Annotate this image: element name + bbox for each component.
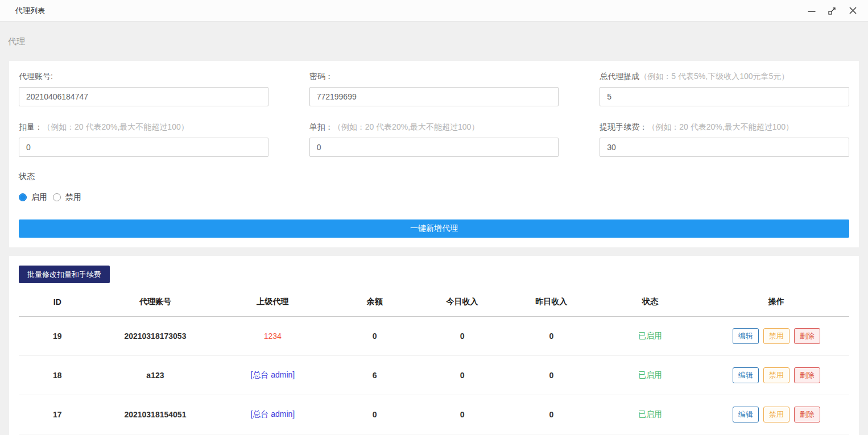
- radio-unselected-icon: [53, 193, 61, 201]
- cell-id: 19: [19, 317, 96, 356]
- cell-yesterday-income: 0: [506, 356, 597, 395]
- disable-button[interactable]: 禁用: [763, 407, 790, 422]
- field-withdraw-fee: 提现手续费：（例如：20 代表20%,最大不能超过100）: [600, 121, 849, 157]
- single-deduction-label: 单扣：: [309, 122, 333, 131]
- cell-today-income: 0: [419, 317, 506, 356]
- cell-yesterday-income: 0: [506, 317, 597, 356]
- window-titlebar: 代理列表: [0, 0, 868, 22]
- withdraw-fee-hint: （例如：20 代表20%,最大不能超过100）: [647, 122, 793, 131]
- col-header-status: 状态: [597, 290, 704, 317]
- cell-yesterday-income: 0: [506, 395, 597, 434]
- radio-enable-label: 启用: [31, 192, 47, 202]
- cell-balance: 6: [330, 356, 419, 395]
- single-deduction-input[interactable]: [309, 138, 559, 157]
- status-block: 状态 启用 禁用: [19, 172, 849, 219]
- deduction-input[interactable]: [19, 138, 268, 157]
- edit-button[interactable]: 编辑: [733, 407, 759, 422]
- page-title: 代理: [8, 36, 860, 47]
- close-icon: [849, 6, 857, 15]
- commission-hint: （例如：5 代表5%,下级收入100元拿5元）: [639, 72, 789, 81]
- cell-id: 17: [19, 395, 96, 434]
- radio-disable-label: 禁用: [65, 192, 81, 202]
- agent-form-card: 代理账号: 密码： 总代理提成（例如：5 代表5%,下级收入100元拿5元） 扣…: [9, 61, 859, 247]
- col-header-actions: 操作: [703, 290, 849, 317]
- single-deduction-hint: （例如：20 代表20%,最大不能超过100）: [333, 122, 480, 131]
- cell-status: 已启用: [597, 395, 704, 434]
- edit-button[interactable]: 编辑: [733, 367, 759, 383]
- commission-label: 总代理提成: [600, 72, 639, 81]
- minimize-icon: [807, 6, 816, 15]
- commission-input[interactable]: [600, 87, 849, 106]
- field-deduction: 扣量：（例如：20 代表20%,最大不能超过100）: [19, 121, 268, 157]
- delete-button[interactable]: 删除: [794, 328, 820, 344]
- table-row: 1720210318154051[总台 admin]000已启用编辑禁用删除: [19, 395, 849, 434]
- table-header-row: ID 代理账号 上级代理 余额 今日收入 昨日收入 状态 操作: [19, 290, 849, 317]
- table-row: 18a123[总台 admin]600已启用编辑禁用删除: [19, 356, 849, 395]
- password-label: 密码：: [309, 72, 333, 81]
- withdraw-fee-input[interactable]: [600, 138, 849, 157]
- minimize-button[interactable]: [804, 3, 819, 18]
- delete-button[interactable]: 删除: [794, 367, 820, 383]
- field-agent-account: 代理账号:: [19, 71, 268, 106]
- cell-actions: 编辑禁用删除: [703, 395, 849, 434]
- field-single-deduction: 单扣：（例如：20 代表20%,最大不能超过100）: [309, 121, 559, 157]
- col-header-yesterday-income: 昨日收入: [506, 290, 597, 317]
- cell-actions: 编辑禁用删除: [703, 356, 849, 395]
- cell-id: 18: [19, 356, 96, 395]
- cell-parent-agent-link[interactable]: 1234: [214, 317, 330, 356]
- field-password: 密码：: [309, 71, 559, 106]
- radio-enable[interactable]: 启用: [19, 192, 47, 202]
- col-header-balance: 余额: [330, 290, 419, 317]
- status-label: 状态: [19, 172, 849, 182]
- cell-today-income: 0: [419, 395, 506, 434]
- status-radio-group: 启用 禁用: [19, 192, 849, 202]
- cell-parent-agent-link[interactable]: [总台 admin]: [214, 356, 330, 395]
- expand-icon: [828, 6, 837, 15]
- close-button[interactable]: [845, 3, 860, 18]
- disable-button[interactable]: 禁用: [763, 328, 790, 344]
- deduction-hint: （例如：20 代表20%,最大不能超过100）: [43, 122, 189, 131]
- deduction-label: 扣量：: [19, 122, 43, 131]
- cell-account: a123: [96, 356, 215, 395]
- col-header-id: ID: [19, 290, 96, 317]
- cell-account: 20210318154051: [96, 395, 215, 434]
- radio-disable[interactable]: 禁用: [53, 192, 81, 202]
- window-controls: [804, 3, 860, 18]
- batch-modify-button[interactable]: 批量修改扣量和手续费: [19, 266, 110, 283]
- agent-table-card: 批量修改扣量和手续费 ID 代理账号 上级代理 余额 今日收入 昨日收入 状态 …: [9, 256, 859, 435]
- cell-balance: 0: [330, 317, 419, 356]
- agent-account-input[interactable]: [19, 87, 268, 106]
- cell-parent-agent-link[interactable]: [总台 admin]: [214, 395, 330, 434]
- agent-table: ID 代理账号 上级代理 余额 今日收入 昨日收入 状态 操作 19202103…: [19, 290, 849, 435]
- maximize-button[interactable]: [825, 3, 840, 18]
- agent-account-label: 代理账号:: [19, 72, 53, 81]
- disable-button[interactable]: 禁用: [763, 367, 790, 383]
- col-header-today-income: 今日收入: [419, 290, 506, 317]
- cell-status: 已启用: [597, 356, 704, 395]
- password-input[interactable]: [309, 87, 559, 106]
- col-header-parent: 上级代理: [214, 290, 330, 317]
- delete-button[interactable]: 删除: [794, 407, 820, 422]
- agent-table-body: 19202103181730531234000已启用编辑禁用删除18a123[总…: [19, 317, 849, 435]
- edit-button[interactable]: 编辑: [733, 328, 759, 344]
- cell-today-income: 0: [419, 356, 506, 395]
- window-title: 代理列表: [15, 6, 45, 16]
- field-commission: 总代理提成（例如：5 代表5%,下级收入100元拿5元）: [600, 71, 849, 106]
- cell-account: 20210318173053: [96, 317, 215, 356]
- withdraw-fee-label: 提现手续费：: [600, 122, 647, 131]
- add-agent-button[interactable]: 一键新增代理: [19, 219, 849, 238]
- table-row: 19202103181730531234000已启用编辑禁用删除: [19, 317, 849, 356]
- cell-balance: 0: [330, 395, 419, 434]
- cell-actions: 编辑禁用删除: [703, 317, 849, 356]
- col-header-account: 代理账号: [96, 290, 215, 317]
- cell-status: 已启用: [597, 317, 704, 356]
- radio-selected-icon: [19, 193, 27, 201]
